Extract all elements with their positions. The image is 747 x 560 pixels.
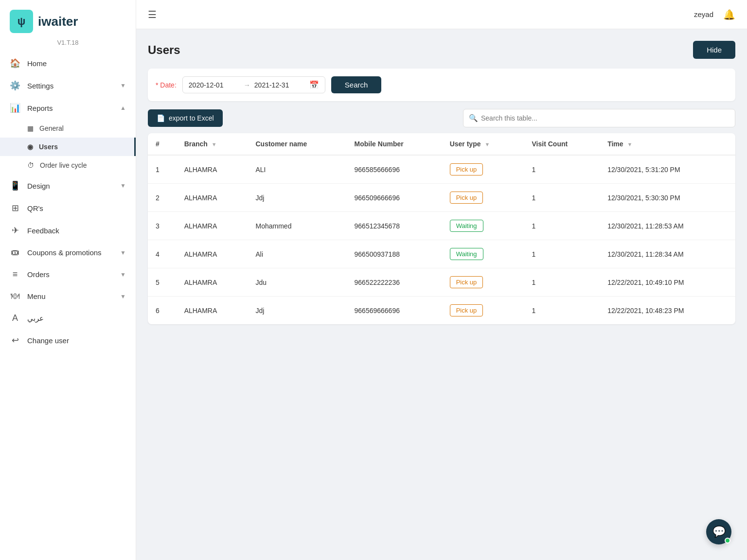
col-user-type[interactable]: User type ▼	[442, 133, 524, 155]
page-content: Users Hide * Date: → 📅 Search 📄 export t…	[136, 29, 747, 560]
cell-num: 1	[148, 155, 177, 184]
table-row: 6 ALHAMRA Jdj 966569666696 Pick up 1 12/…	[148, 297, 735, 325]
cell-branch: ALHAMRA	[177, 297, 248, 325]
date-arrow-icon: →	[244, 81, 250, 89]
menu-toggle-button[interactable]: ☰	[148, 9, 157, 20]
sidebar-item-menu[interactable]: 🍽 Menu ▼	[0, 285, 136, 307]
sidebar-item-design[interactable]: 📱 Design ▼	[0, 175, 136, 197]
col-customer: Customer name	[248, 133, 347, 155]
chevron-down-icon: ▼	[120, 82, 126, 89]
hide-button[interactable]: Hide	[693, 41, 735, 59]
sort-icon: ▼	[484, 141, 490, 147]
export-excel-button[interactable]: 📄 export to Excel	[148, 109, 223, 127]
cell-time: 12/30/2021, 11:28:53 AM	[600, 212, 735, 240]
sidebar-item-settings[interactable]: ⚙️ Settings ▼	[0, 74, 136, 97]
logo-icon: ψ	[10, 10, 33, 33]
cell-user-type: Pick up	[442, 184, 524, 212]
sidebar-item-home[interactable]: 🏠 Home	[0, 52, 136, 74]
sidebar-item-label: Menu	[27, 292, 113, 300]
table-row: 4 ALHAMRA Ali 966500937188 Waiting 1 12/…	[148, 240, 735, 268]
notifications-bell-icon[interactable]: 🔔	[723, 9, 735, 20]
sidebar-item-label: عربي	[27, 314, 126, 323]
qr-icon: ⊞	[10, 203, 20, 213]
search-icon: 🔍	[469, 114, 478, 122]
user-type-badge: Pick up	[450, 304, 483, 316]
reports-icon: 📊	[10, 103, 20, 113]
col-visit-count: Visit Count	[524, 133, 600, 155]
cell-time: 12/22/2021, 10:49:10 PM	[600, 268, 735, 297]
sidebar-item-label: Coupons & promotions	[27, 248, 113, 257]
table-row: 1 ALHAMRA ALI 966585666696 Pick up 1 12/…	[148, 155, 735, 184]
change-user-icon: ↩	[10, 335, 20, 346]
sidebar-item-change-user[interactable]: ↩ Change user	[0, 329, 136, 351]
cell-mobile: 966522222236	[347, 268, 442, 297]
sidebar-item-label: Reports	[27, 104, 113, 112]
sidebar-item-reports[interactable]: 📊 Reports ▲	[0, 97, 136, 119]
cell-user-type: Pick up	[442, 155, 524, 184]
page-header: Users Hide	[148, 41, 735, 59]
sidebar-subitem-order-live-cycle[interactable]: ⏱ Order live cycle	[0, 156, 136, 175]
calendar-icon[interactable]: 📅	[309, 80, 319, 89]
cell-visit-count: 1	[524, 240, 600, 268]
chevron-down-icon: ▼	[120, 249, 126, 256]
page-title: Users	[148, 43, 180, 57]
sidebar-item-coupons[interactable]: 🎟 Coupons & promotions ▼	[0, 242, 136, 263]
chevron-down-icon: ▼	[120, 293, 126, 300]
date-from-input[interactable]	[189, 81, 240, 89]
sidebar: ψ iwaiter V1.T.18 🏠 Home ⚙️ Settings ▼ 📊…	[0, 0, 136, 560]
cell-visit-count: 1	[524, 268, 600, 297]
cell-user-type: Waiting	[442, 212, 524, 240]
menu-icon: 🍽	[10, 291, 20, 301]
search-button[interactable]: Search	[331, 76, 382, 93]
user-type-badge: Pick up	[450, 276, 483, 288]
design-icon: 📱	[10, 180, 20, 191]
sidebar-item-label: Orders	[27, 270, 113, 279]
general-icon: ▦	[27, 124, 34, 132]
table-search-input[interactable]	[463, 109, 735, 127]
cell-visit-count: 1	[524, 184, 600, 212]
cell-visit-count: 1	[524, 297, 600, 325]
user-type-badge: Pick up	[450, 163, 483, 175]
cell-branch: ALHAMRA	[177, 155, 248, 184]
table-toolbar: 📄 export to Excel 🔍	[148, 109, 735, 127]
sidebar-subitem-users[interactable]: ◉ Users	[0, 138, 136, 156]
cell-visit-count: 1	[524, 212, 600, 240]
user-type-badge: Pick up	[450, 192, 483, 204]
sidebar-item-qrs[interactable]: ⊞ QR's	[0, 197, 136, 219]
sidebar-item-feedback[interactable]: ✈ Feedback	[0, 219, 136, 242]
cell-user-type: Pick up	[442, 297, 524, 325]
username-label: zeyad	[694, 10, 713, 18]
logo-area: ψ iwaiter	[0, 0, 136, 37]
cell-num: 5	[148, 268, 177, 297]
order-cycle-icon: ⏱	[27, 161, 34, 169]
cell-time: 12/22/2021, 10:48:23 PM	[600, 297, 735, 325]
cell-visit-count: 1	[524, 155, 600, 184]
table-search-container: 🔍	[463, 109, 735, 127]
col-branch[interactable]: Branch ▼	[177, 133, 248, 155]
date-to-input[interactable]	[254, 81, 305, 89]
sidebar-item-label: Home	[27, 59, 126, 68]
topbar-right: zeyad 🔔	[694, 9, 735, 20]
cell-mobile: 966509666696	[347, 184, 442, 212]
home-icon: 🏠	[10, 58, 20, 69]
cell-customer: Jdj	[248, 184, 347, 212]
sidebar-item-arabic[interactable]: A عربي	[0, 307, 136, 329]
date-range-input[interactable]: → 📅	[182, 76, 325, 93]
cell-user-type: Waiting	[442, 240, 524, 268]
cell-mobile: 966585666696	[347, 155, 442, 184]
cell-branch: ALHAMRA	[177, 240, 248, 268]
sidebar-subitem-general[interactable]: ▦ General	[0, 119, 136, 138]
cell-branch: ALHAMRA	[177, 268, 248, 297]
translate-icon: A	[10, 313, 20, 323]
col-time[interactable]: Time ▼	[600, 133, 735, 155]
sidebar-item-orders[interactable]: ≡ Orders ▼	[0, 263, 136, 285]
main-area: ☰ zeyad 🔔 Users Hide * Date: → 📅 Search	[136, 0, 747, 560]
orders-icon: ≡	[10, 269, 20, 280]
users-icon: ◉	[27, 143, 33, 151]
topbar: ☰ zeyad 🔔	[136, 0, 747, 29]
sidebar-subitem-label: General	[39, 124, 64, 132]
user-type-badge: Waiting	[450, 248, 483, 260]
feedback-icon: ✈	[10, 225, 20, 236]
table-row: 3 ALHAMRA Mohammed 966512345678 Waiting …	[148, 212, 735, 240]
chat-fab-button[interactable]: 💬	[706, 519, 731, 544]
